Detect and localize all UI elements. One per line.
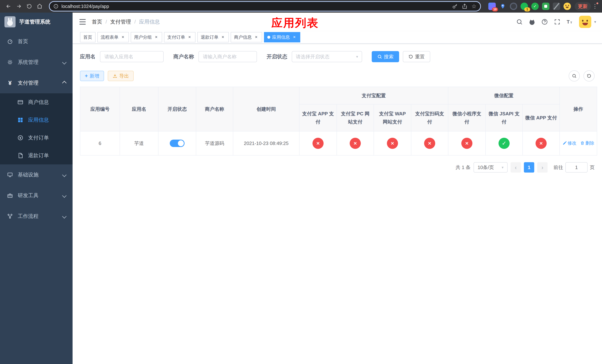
goto-label: 前往	[553, 164, 563, 171]
prev-page-button[interactable]: ‹	[511, 162, 521, 172]
browser-menu-kebab-icon[interactable]: ⋮	[592, 3, 598, 9]
share-icon[interactable]	[462, 3, 467, 9]
status-select[interactable]: 请选择开启状态 ▾	[292, 51, 362, 62]
bookmark-star-icon[interactable]: ☆	[472, 3, 476, 9]
close-icon[interactable]: ×	[154, 35, 159, 40]
app-table: 应用编号 应用名 开启状态 商户名称 创建时间 支付宝配置 微信配置 操作 支付…	[80, 87, 595, 156]
tab-process-form[interactable]: 流程表单 ×	[97, 32, 129, 43]
reset-button[interactable]: 重置	[403, 51, 430, 62]
forward-button[interactable]	[14, 1, 24, 11]
cell-created: 2021-10-23 08:49:25	[233, 131, 299, 155]
config-status-icon: ×	[312, 138, 323, 149]
page-size-select[interactable]: 10条/页 ▾	[473, 162, 508, 172]
extension-icon[interactable]: 1	[521, 3, 528, 10]
merchant-name-input[interactable]	[198, 51, 257, 62]
browser-toolbar: localhost:1024/pay/app ☆ 10 1 ✓ 更新 ⋮	[0, 0, 602, 13]
chevron-down-icon: ▾	[502, 165, 504, 170]
sidebar-item-home[interactable]: 首页	[0, 31, 73, 52]
sidebar-item-merchant-info[interactable]: 商户信息	[0, 93, 73, 111]
sidebar-item-app-info[interactable]: 应用信息	[0, 111, 73, 129]
breadcrumb: 首页 / 支付管理 / 应用信息	[92, 18, 160, 25]
next-page-button[interactable]: ›	[537, 162, 548, 172]
credit-card-icon	[17, 99, 24, 106]
help-icon[interactable]	[541, 19, 548, 25]
password-key-icon[interactable]	[452, 3, 458, 9]
tab-app-info[interactable]: 应用信息 ×	[264, 32, 300, 43]
sidebar-item-system[interactable]: 系统管理	[0, 52, 73, 73]
browser-update-button[interactable]: 更新	[575, 2, 591, 11]
site-info-icon[interactable]	[53, 4, 58, 9]
sidebar-item-payment-order[interactable]: 支付订单	[0, 129, 73, 147]
logo-avatar	[4, 16, 16, 27]
search-button[interactable]: 搜索	[372, 51, 399, 62]
toggle-search-button[interactable]	[569, 70, 580, 81]
fullscreen-icon[interactable]	[554, 19, 560, 25]
pin-extension-icon[interactable]	[499, 3, 506, 10]
app-name-label: 应用名	[80, 53, 96, 60]
edit-link[interactable]: 修改	[562, 140, 576, 146]
col-status: 开启状态	[158, 87, 196, 131]
goto-page-input[interactable]	[565, 162, 588, 172]
chevron-down-icon	[62, 214, 66, 218]
back-button[interactable]	[4, 1, 13, 11]
extension-icon[interactable]: ✓	[531, 3, 539, 10]
navbar: 首页 / 支付管理 / 应用信息 应用列表	[73, 13, 602, 31]
sidebar-item-workflow[interactable]: 工作流程	[0, 206, 73, 227]
page-annotation: 应用列表	[271, 16, 319, 31]
app-logo[interactable]: 芋道管理系统	[0, 13, 73, 31]
breadcrumb-home[interactable]: 首页	[92, 18, 102, 25]
page-1-button[interactable]: 1	[524, 162, 534, 172]
sidebar-item-infrastructure[interactable]: 基础设施	[0, 164, 73, 185]
app-name-input[interactable]	[100, 51, 164, 62]
app-title: 芋道管理系统	[19, 18, 50, 25]
status-switch[interactable]	[170, 139, 184, 147]
svg-text:T: T	[567, 19, 570, 24]
close-icon[interactable]: ×	[187, 35, 192, 40]
breadcrumb-payment[interactable]: 支付管理	[110, 18, 131, 25]
close-icon[interactable]: ×	[292, 35, 297, 40]
close-icon[interactable]: ×	[220, 35, 226, 40]
hamburger-icon[interactable]	[78, 18, 87, 26]
tab-home[interactable]: 首页	[80, 32, 96, 43]
tab-merchant-info[interactable]: 商户信息 ×	[231, 32, 262, 43]
address-bar[interactable]: localhost:1024/pay/app ☆	[49, 1, 481, 11]
cell-merchant: 芋道源码	[196, 131, 233, 155]
extension-icon[interactable]	[542, 3, 549, 10]
sidebar-item-payment[interactable]: ¥ 支付管理	[0, 73, 73, 93]
refresh-table-button[interactable]	[583, 70, 595, 81]
avatar[interactable]	[579, 16, 591, 28]
delete-link[interactable]: 删除	[580, 140, 594, 146]
search-icon[interactable]	[516, 19, 523, 25]
edit-icon	[562, 141, 567, 145]
home-button[interactable]	[35, 1, 44, 11]
reload-button[interactable]	[24, 1, 34, 11]
github-icon[interactable]	[529, 19, 535, 25]
pay-order-icon	[17, 134, 24, 141]
chevron-up-icon	[62, 81, 66, 85]
sidebar-item-refund-order[interactable]: 退款订单	[0, 147, 73, 164]
export-button[interactable]: 导出	[108, 71, 134, 81]
sidebar-item-devtools[interactable]: 研发工具	[0, 185, 73, 206]
extension-icon[interactable]: 10	[488, 3, 496, 10]
emoji-extension-icon[interactable]	[563, 3, 571, 10]
add-button[interactable]: + 新增	[80, 71, 104, 81]
extension-badge: 10	[492, 7, 498, 11]
extension-icon[interactable]	[510, 3, 517, 10]
col-wechat-app: 微信 APP 支付	[523, 104, 559, 131]
workflow-icon	[7, 213, 13, 220]
chevron-down-icon[interactable]: ▾	[594, 20, 596, 24]
tab-user-group[interactable]: 用户分组 ×	[131, 32, 162, 43]
pagination: 共 1 条 10条/页 ▾ ‹ 1 › 前往 页	[80, 162, 595, 172]
extension-icon[interactable]	[553, 3, 560, 10]
tab-payment-order[interactable]: 支付订单 ×	[164, 32, 195, 43]
col-actions: 操作	[559, 87, 597, 131]
font-size-icon[interactable]: TT	[567, 19, 573, 25]
col-alipay-pc: 支付宝 PC 网站支付	[337, 104, 374, 131]
refresh-icon	[587, 74, 591, 78]
col-app-name: 应用名	[120, 87, 158, 131]
config-status-icon: ×	[536, 138, 547, 149]
close-icon[interactable]: ×	[120, 35, 126, 40]
close-icon[interactable]: ×	[254, 35, 259, 40]
tab-refund-order[interactable]: 退款订单 ×	[197, 32, 229, 43]
col-alipay-qr: 支付宝扫码支付	[411, 104, 448, 131]
